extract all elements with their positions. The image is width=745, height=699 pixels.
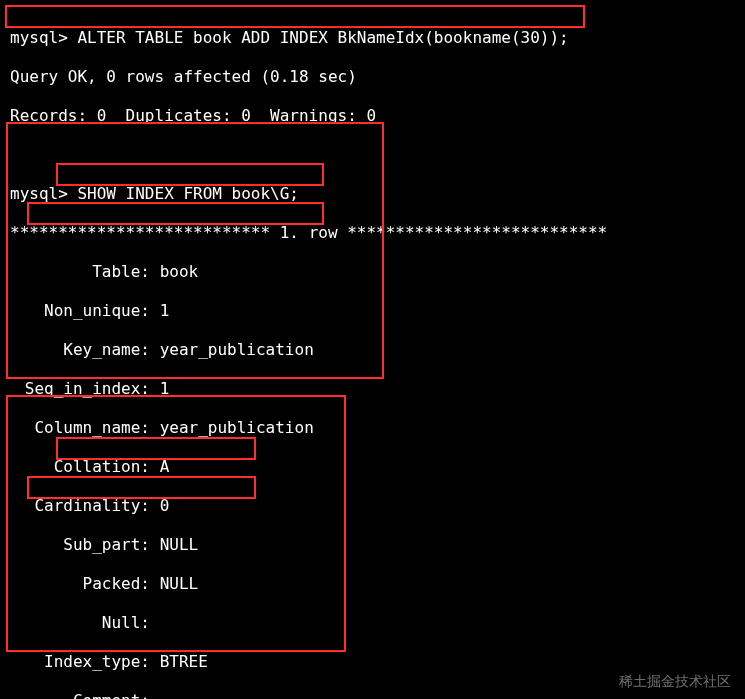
mysql-prompt: mysql> [10, 184, 68, 203]
records-line: Records: 0 Duplicates: 0 Warnings: 0 [10, 106, 735, 126]
row1-packed: Packed: NULL [10, 574, 735, 594]
row1-column-name: Column_name: year_publication [10, 418, 735, 438]
show-index-command: SHOW INDEX FROM book\G; [77, 184, 299, 203]
watermark: 稀土掘金技术社区 [619, 672, 731, 692]
row1-collation: Collation: A [10, 457, 735, 477]
terminal-output: mysql> ALTER TABLE book ADD INDEX BkName… [0, 0, 745, 699]
row1-comment: Comment: [10, 691, 735, 700]
mysql-prompt: mysql> [10, 28, 68, 47]
row-separator-1: *************************** 1. row *****… [10, 223, 735, 243]
row1-seq-in-index: Seq_in_index: 1 [10, 379, 735, 399]
row1-cardinality: Cardinality: 0 [10, 496, 735, 516]
command-line-1: mysql> ALTER TABLE book ADD INDEX BkName… [10, 28, 735, 48]
row1-null: Null: [10, 613, 735, 633]
query-ok-line: Query OK, 0 rows affected (0.18 sec) [10, 67, 735, 87]
row1-index-type: Index_type: BTREE [10, 652, 735, 672]
row1-sub-part: Sub_part: NULL [10, 535, 735, 555]
row1-key-name: Key_name: year_publication [10, 340, 735, 360]
blank-line [10, 145, 735, 165]
command-line-2: mysql> SHOW INDEX FROM book\G; [10, 184, 735, 204]
alter-table-command: ALTER TABLE book ADD INDEX BkNameIdx(boo… [77, 28, 568, 47]
row1-table: Table: book [10, 262, 735, 282]
row1-non-unique: Non_unique: 1 [10, 301, 735, 321]
